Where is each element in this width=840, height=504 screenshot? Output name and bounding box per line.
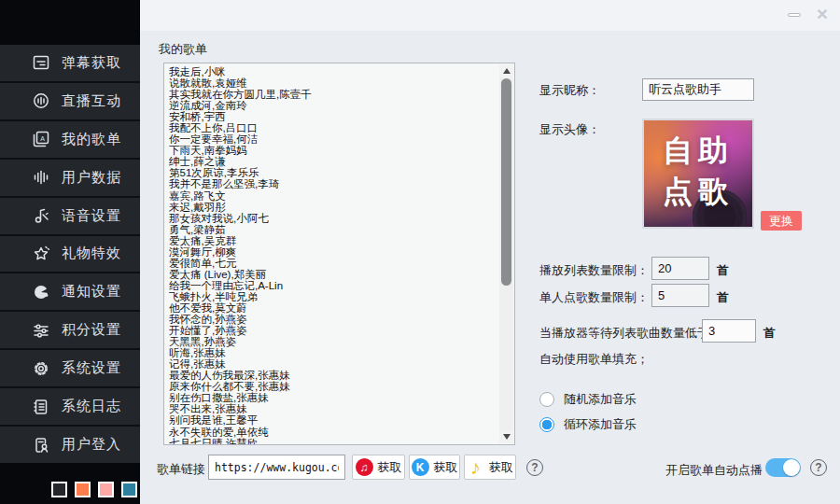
sidebar-item-9[interactable]: 系统设置: [0, 350, 140, 388]
close-button[interactable]: ✕: [814, 7, 831, 23]
sidebar-item-label: 用户数据: [62, 169, 121, 187]
sidebar-item-11[interactable]: 用户登入: [0, 427, 140, 463]
minimize-button[interactable]: [786, 7, 803, 23]
song-list-box[interactable]: 我走后,小咪说散就散,袁娅维其实我就在你方圆几里,陈壹千逆流成河,金南玲安和桥,…: [163, 63, 515, 445]
sidebar-item-label: 用户登入: [62, 436, 121, 454]
radio-random-label: 随机添加音乐: [564, 391, 637, 408]
autoplay-toggle[interactable]: [765, 458, 801, 477]
radio-selected-icon: [539, 417, 554, 432]
netease-music-icon: ♫: [356, 458, 373, 476]
autoplay-help-icon[interactable]: ?: [810, 459, 827, 476]
song-line: 下雨天,南拳妈妈: [169, 145, 496, 156]
sidebar-item-5[interactable]: 语音设置: [0, 198, 140, 236]
song-list: 我走后,小咪说散就散,袁娅维其实我就在你方圆几里,陈壹千逆流成河,金南玲安和桥,…: [169, 66, 496, 444]
playlist-link-input[interactable]: [208, 455, 345, 480]
wait-threshold-unit: 首: [763, 325, 776, 342]
sidebar-item-label: 系统设置: [62, 359, 121, 377]
song-line: 最爱的人伤我最深,张惠妹: [169, 370, 496, 381]
theme-swatch-4[interactable]: [121, 482, 137, 497]
radio-loop-label: 循环添加音乐: [564, 416, 637, 433]
song-line: 哭不出来,张惠妹: [169, 403, 496, 414]
sidebar-menu: 弹幕获取直播互动A我的歌单用户数据语音设置礼物特效通知设置积分设置系统设置系统日…: [0, 45, 140, 463]
fetch-netease-button[interactable]: ♫ 获取: [352, 455, 405, 480]
sidebar-item-label: 语音设置: [62, 207, 121, 225]
minimize-icon: [788, 13, 801, 17]
nickname-input[interactable]: [642, 78, 754, 101]
gift-effects-icon: [32, 245, 50, 263]
song-line: 他不爱我,莫文蔚: [169, 302, 496, 314]
sidebar-item-label: 礼物特效: [62, 245, 121, 262]
per-user-limit-label: 单人点歌数量限制：: [539, 289, 649, 306]
radio-unselected-icon: [539, 392, 554, 407]
system-settings-icon: [32, 359, 50, 378]
playlist-limit-label: 播放列表数量限制：: [539, 262, 649, 279]
scroll-down-arrow-icon[interactable]: [499, 430, 513, 443]
song-line: 记得,张惠妹: [169, 358, 496, 370]
page-title: 我的歌单: [159, 41, 207, 58]
fetch-qqmusic-button[interactable]: ♪ 获取: [464, 455, 516, 480]
sidebar-item-8[interactable]: 积分设置: [0, 312, 140, 350]
song-line: 七月七日晴,许慧欣: [169, 438, 496, 444]
fetch-kugou-button[interactable]: K 获取: [409, 455, 460, 480]
song-line: 绅士,薛之谦: [169, 156, 496, 167]
playlist-link-help-icon[interactable]: ?: [526, 459, 543, 476]
sidebar-item-1[interactable]: 弹幕获取: [0, 45, 140, 83]
sidebar-item-label: 积分设置: [62, 321, 121, 339]
autoplay-label: 开启歌单自动点播: [665, 462, 763, 479]
notification-settings-icon: [32, 283, 50, 301]
song-line: 那女孩对我说,小阿七: [169, 213, 496, 224]
theme-swatch-3[interactable]: [98, 482, 114, 497]
song-line: 听海,张惠妹: [169, 347, 496, 358]
svg-text:A: A: [40, 135, 45, 142]
wait-threshold-input[interactable]: [702, 319, 756, 343]
sidebar-item-label: 通知设置: [62, 283, 121, 301]
sidebar-item-2[interactable]: 直播互动: [0, 83, 140, 121]
song-line: 永不失联的爱,单依纯: [169, 427, 496, 438]
song-line: 别问我是谁,王馨平: [169, 414, 496, 426]
song-line: 我配不上你,吕口口: [169, 122, 496, 133]
song-line: 爱太痛,吴克群: [169, 235, 496, 246]
toggle-knob: [783, 459, 800, 476]
user-data-icon: [32, 168, 50, 187]
song-line: 原来你什么都不要,张惠妹: [169, 381, 496, 392]
avatar-label: 显示头像：: [539, 121, 600, 138]
song-line: 我走后,小咪: [169, 66, 496, 77]
sidebar-item-3[interactable]: A我的歌单: [0, 121, 140, 160]
song-line: 飞蛾扑火,半吨兄弟: [169, 291, 496, 302]
playlist-limit-input[interactable]: [651, 257, 709, 280]
voice-settings-icon: [32, 206, 50, 225]
sidebar-item-10[interactable]: 系统日志: [0, 388, 140, 427]
points-settings-icon: [32, 321, 50, 340]
sidebar-item-6[interactable]: 礼物特效: [0, 236, 140, 274]
qq-music-icon: ♪: [467, 458, 484, 476]
scrollbar-thumb[interactable]: [501, 78, 511, 286]
song-list-scrollbar[interactable]: [499, 64, 513, 443]
sidebar-item-7[interactable]: 通知设置: [0, 273, 140, 312]
song-line: 嘉宾,路飞文: [169, 190, 496, 202]
scroll-up-arrow-icon[interactable]: [499, 64, 513, 77]
theme-swatch-1[interactable]: [51, 482, 67, 497]
sidebar-item-label: 我的歌单: [62, 131, 121, 148]
song-line: 你一定要幸福,何洁: [169, 133, 496, 145]
song-line: 漠河舞厅,柳爽: [169, 246, 496, 258]
per-user-limit-unit: 首: [717, 289, 729, 306]
theme-swatch-2[interactable]: [75, 482, 91, 497]
autofill-label: 自动使用歌单填充；: [539, 351, 649, 368]
per-user-limit-input[interactable]: [651, 284, 709, 307]
sidebar-item-4[interactable]: 用户数据: [0, 160, 140, 198]
song-line: 我怀念的,孙燕姿: [169, 314, 496, 325]
theme-swatches: [51, 482, 137, 497]
song-line: 我并不是那么坚强,李琦: [169, 178, 496, 189]
song-line: 第51次原谅,李乐乐: [169, 167, 496, 178]
title-bar: ✕: [140, 0, 840, 31]
close-icon: ✕: [816, 7, 828, 22]
kugou-music-icon: K: [412, 458, 429, 476]
app-window: 弹幕获取直播互动A我的歌单用户数据语音设置礼物特效通知设置积分设置系统设置系统日…: [0, 0, 840, 504]
change-avatar-button[interactable]: 更换: [761, 211, 802, 231]
song-line: 勇气,梁静茹: [169, 224, 496, 235]
radio-loop-music[interactable]: 循环添加音乐: [539, 416, 637, 433]
avatar-image: 自助 点歌: [642, 119, 754, 229]
radio-random-music[interactable]: 随机添加音乐: [539, 391, 637, 408]
song-line: 开始懂了,孙燕姿: [169, 325, 496, 336]
live-interaction-icon: [32, 91, 50, 110]
